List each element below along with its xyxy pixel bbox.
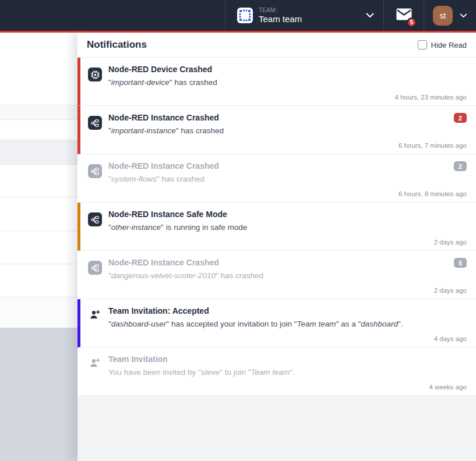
notification-timestamp: 2 days ago <box>88 235 467 246</box>
background-divider <box>0 140 77 140</box>
background-divider <box>0 230 77 231</box>
team-name: Team team <box>259 14 360 24</box>
chevron-down-icon <box>366 13 374 18</box>
team-meta: TEAM: Team team <box>259 7 360 24</box>
notification-icon <box>88 308 102 322</box>
notification-title: Node-RED Device Crashed <box>108 63 467 75</box>
notification-icon <box>88 212 102 226</box>
panel-title: Notifications <box>87 39 147 51</box>
notification-message: "important-instance" has crashed <box>108 126 447 137</box>
notification-timestamp: 2 days ago <box>88 283 467 294</box>
background-overlay-block <box>0 328 77 461</box>
notification-count-badge: 5 <box>454 258 467 268</box>
notification-item[interactable]: Team Invitation You have been invited by… <box>77 347 476 396</box>
background-table-row <box>0 297 77 328</box>
user-menu[interactable]: st <box>424 0 476 31</box>
background-table-row <box>0 141 77 165</box>
notification-icon <box>88 68 102 81</box>
notification-title: Node-RED Instance Safe Mode <box>108 208 467 220</box>
hide-read-checkbox[interactable] <box>418 40 427 49</box>
background-divider <box>0 264 77 264</box>
hide-read-label: Hide Read <box>431 41 467 49</box>
notification-icon <box>88 116 102 130</box>
notification-message: You have been invited by "steve" to join… <box>108 367 467 378</box>
notifications-panel-header: Notifications Hide Read <box>77 33 476 58</box>
navbar-spacer <box>0 0 225 31</box>
notification-item[interactable]: Node-RED Instance Crashed "dangerous-vel… <box>77 251 476 299</box>
notification-count-badge: 2 <box>454 161 467 171</box>
inbox-unread-count: 5 <box>407 17 417 27</box>
background-table-row <box>0 105 77 120</box>
top-navbar: TEAM: Team team 5 st <box>0 0 476 31</box>
notification-message: "dashboard-user" has accepted your invit… <box>108 319 467 330</box>
notification-item[interactable]: Node-RED Instance Crashed "system-flows"… <box>77 154 476 203</box>
notification-item[interactable]: Node-RED Instance Safe Mode "other-insta… <box>77 203 476 251</box>
notification-item[interactable]: Team Invitation: Accepted "dashboard-use… <box>77 299 476 347</box>
notification-icon <box>88 261 102 275</box>
hide-read-toggle[interactable]: Hide Read <box>418 40 467 49</box>
notification-item[interactable]: Node-RED Device Crashed "important-devic… <box>77 58 476 106</box>
notification-timestamp: 6 hours, 8 minutes ago <box>88 187 467 197</box>
notification-item[interactable]: Node-RED Instance Crashed "important-ins… <box>77 106 476 154</box>
notification-title: Node-RED Instance Crashed <box>108 112 447 123</box>
notification-timestamp: 4 weeks ago <box>88 380 467 391</box>
user-avatar: st <box>433 6 453 26</box>
notification-title: Team Invitation: Accepted <box>108 305 467 317</box>
notification-list: Node-RED Device Crashed "important-devic… <box>77 58 476 396</box>
notification-timestamp: 4 hours, 23 minutes ago <box>88 90 467 101</box>
page: TEAM: Team team 5 st <box>0 0 476 461</box>
notification-message: "system-flows" has crashed <box>108 174 447 185</box>
notification-title: Node-RED Instance Crashed <box>108 257 447 268</box>
notification-timestamp: 6 hours, 7 minutes ago <box>88 139 467 149</box>
notification-message: "dangerous-velvet-scoter-2010" has crash… <box>108 271 447 282</box>
notification-timestamp: 4 days ago <box>88 332 467 342</box>
notification-title: Team Invitation <box>108 353 467 365</box>
notification-count-badge: 2 <box>454 113 467 123</box>
notification-message: "important-device" has crashed <box>108 77 467 88</box>
notification-icon <box>88 356 102 370</box>
notifications-inbox-button[interactable]: 5 <box>384 0 424 31</box>
background-page <box>0 33 77 461</box>
notifications-panel: Notifications Hide Read <box>77 33 476 461</box>
notification-message: "other-instance" is running in safe mode <box>108 222 467 233</box>
chevron-down-icon <box>460 13 467 18</box>
team-label: TEAM: <box>259 7 360 14</box>
brand-red-line <box>0 31 476 33</box>
team-avatar-icon <box>237 8 253 23</box>
notification-icon <box>88 164 102 178</box>
team-selector[interactable]: TEAM: Team team <box>225 0 384 31</box>
background-divider <box>0 197 77 197</box>
panel-empty-area <box>77 396 476 461</box>
notification-title: Node-RED Instance Crashed <box>108 160 447 172</box>
